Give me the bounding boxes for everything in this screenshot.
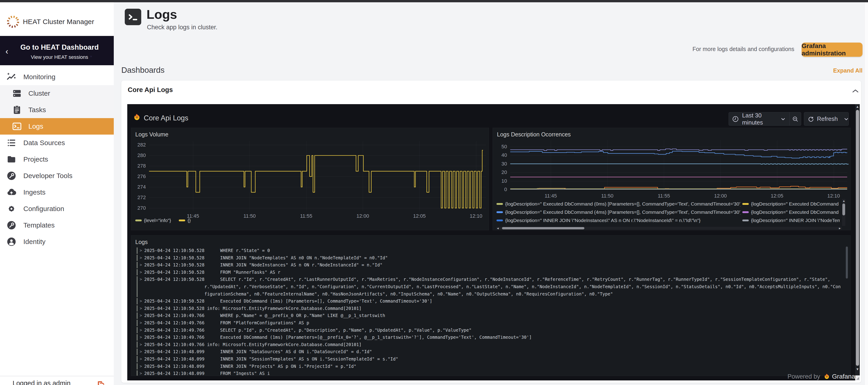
refresh-button[interactable]: Refresh bbox=[804, 112, 849, 126]
expand-chevron-icon[interactable]: > bbox=[140, 319, 144, 327]
scroll-up-arrow-icon[interactable]: ▲ bbox=[855, 104, 860, 109]
log-level-bar bbox=[137, 255, 137, 261]
folder-icon bbox=[6, 154, 17, 164]
page-scrollbar-gutter[interactable] bbox=[864, 2, 868, 385]
time-range-picker[interactable]: Last 30 minutes bbox=[728, 112, 801, 126]
sidebar-item-logs[interactable]: Logs bbox=[0, 118, 114, 135]
sidebar-item-configuration[interactable]: Configuration bbox=[0, 200, 114, 217]
log-timestamp: 2025-04-24 12:10:49.766 bbox=[144, 327, 205, 334]
legend-item[interactable]: {logDescription=" Executed DbCommand (7m… bbox=[742, 208, 840, 216]
expand-chevron-icon[interactable]: > bbox=[140, 254, 144, 262]
grafana-brand-label[interactable]: Grafana bbox=[832, 373, 855, 380]
chart-canvas[interactable] bbox=[131, 128, 489, 230]
log-row[interactable]: >2025-04-24 12:10:50.528 info: Microsoft… bbox=[137, 305, 843, 312]
sidebar-item-tasks[interactable]: Tasks bbox=[0, 102, 114, 118]
chevron-down-icon[interactable] bbox=[843, 116, 850, 123]
sidebar-item-developer-tools[interactable]: Developer Tools bbox=[0, 167, 114, 184]
wrench-circle-icon bbox=[6, 220, 17, 230]
chevron-up-icon[interactable] bbox=[852, 89, 859, 93]
legend-item[interactable]: {logDescription=" Executed DbCommand (0m… bbox=[496, 200, 741, 208]
legend-item[interactable]: {logDescription=" INNER JOIN \"NodeInsta… bbox=[496, 216, 741, 225]
log-row[interactable]: >2025-04-24 12:10:50.528 SELECT r."Id", … bbox=[137, 276, 843, 297]
chevron-left-icon[interactable]: ‹ bbox=[5, 47, 8, 56]
log-row[interactable]: >2025-04-24 12:10:49.766 info: Microsoft… bbox=[137, 341, 843, 348]
heat-dashboard-banner[interactable]: ‹ Go to HEAT Dashboard View your HEAT se… bbox=[0, 36, 114, 65]
expand-all-link[interactable]: Expand All bbox=[805, 67, 863, 74]
expand-chevron-icon[interactable]: > bbox=[140, 363, 144, 370]
sidebar-item-label: Logs bbox=[28, 123, 43, 130]
expand-chevron-icon[interactable]: > bbox=[140, 269, 144, 276]
scroll-down-arrow-icon[interactable]: ▼ bbox=[855, 367, 860, 372]
log-message: Executed DbCommand (1ms) [Parameters=[],… bbox=[205, 297, 843, 305]
expand-chevron-icon[interactable]: > bbox=[140, 261, 144, 269]
expand-chevron-icon[interactable]: > bbox=[140, 247, 144, 254]
expand-chevron-icon[interactable]: > bbox=[140, 327, 144, 334]
log-message: Executed DbCommand (1ms) [Parameters=[@_… bbox=[205, 334, 843, 341]
sidebar-item-cluster[interactable]: Cluster bbox=[0, 85, 114, 102]
log-row[interactable]: >2025-04-24 12:10:48.099 INNER JOIN "Ses… bbox=[137, 355, 843, 363]
sidebar-item-identity[interactable]: Identity bbox=[0, 233, 114, 250]
sidebar-item-label: Data Sources bbox=[23, 139, 65, 147]
grafana-hint-text: For more logs details and configurations bbox=[664, 46, 794, 53]
frame-scroll-thumb[interactable] bbox=[856, 110, 859, 366]
log-row[interactable]: >2025-04-24 12:10:50.528 INNER JOIN "Nod… bbox=[137, 261, 843, 269]
panel-title[interactable]: Logs bbox=[135, 239, 148, 245]
accordion-title[interactable]: Core Api Logs bbox=[128, 86, 173, 94]
sidebar-item-templates[interactable]: Templates bbox=[0, 217, 114, 233]
scroll-left-arrow-icon[interactable]: ◂ bbox=[497, 227, 499, 230]
expand-chevron-icon[interactable]: > bbox=[140, 276, 144, 283]
series-lightblue-30 bbox=[510, 164, 848, 164]
expand-chevron-icon[interactable]: > bbox=[140, 312, 144, 319]
zoom-out-icon[interactable] bbox=[792, 116, 799, 123]
legend-item[interactable]: {level="info"} bbox=[135, 218, 171, 223]
expand-chevron-icon[interactable]: > bbox=[140, 341, 144, 348]
log-timestamp: 2025-04-24 12:10:48.099 bbox=[144, 355, 205, 363]
legend-horizontal-scroll-thumb[interactable] bbox=[502, 227, 584, 229]
legend-swatch bbox=[179, 220, 185, 221]
expand-chevron-icon[interactable]: > bbox=[140, 297, 144, 305]
time-range-label: Last 30 minutes bbox=[742, 112, 777, 126]
log-message: INNER JOIN "Projects" AS p ON i."Project… bbox=[205, 363, 843, 370]
expand-chevron-icon[interactable]: > bbox=[140, 348, 144, 355]
log-row[interactable]: >2025-04-24 12:10:50.528 Executed DbComm… bbox=[137, 297, 843, 305]
expand-chevron-icon[interactable]: > bbox=[140, 334, 144, 341]
log-row[interactable]: >2025-04-24 12:10:48.099 INNER JOIN "Dat… bbox=[137, 348, 843, 355]
log-row[interactable]: >2025-04-24 12:10:50.528 FROM "RunnerTas… bbox=[137, 269, 843, 276]
log-row[interactable]: >2025-04-24 12:10:49.766 FROM "PlatformC… bbox=[137, 319, 843, 327]
log-level-bar bbox=[137, 342, 137, 348]
legend-swatch bbox=[742, 203, 749, 205]
legend-item[interactable]: {} bbox=[179, 218, 191, 223]
log-message: WHERE r."State" = 0 bbox=[205, 247, 843, 254]
log-row[interactable]: >2025-04-24 12:10:50.528 INNER JOIN "Nod… bbox=[137, 254, 843, 262]
grafana-administration-button[interactable]: Grafana administration bbox=[802, 42, 863, 57]
grafana-footer: Powered by Grafana bbox=[127, 373, 855, 380]
legend-label: {logDescription=" Executed DbCommand (0m… bbox=[505, 201, 741, 207]
expand-chevron-icon[interactable]: > bbox=[140, 305, 144, 312]
log-row[interactable]: >2025-04-24 12:10:50.528 WHERE r."State"… bbox=[137, 247, 843, 254]
legend-vertical-scroll-thumb[interactable] bbox=[842, 203, 845, 215]
legend-item[interactable]: {logDescription=" Executed DbCommand (1m… bbox=[742, 200, 840, 208]
refresh-label: Refresh bbox=[817, 115, 838, 123]
sidebar-item-monitoring[interactable]: Monitoring bbox=[0, 69, 114, 85]
scroll-right-arrow-icon[interactable]: ▸ bbox=[839, 227, 841, 230]
log-row[interactable]: >2025-04-24 12:10:49.766 WHERE p."Name" … bbox=[137, 312, 843, 319]
expand-chevron-icon[interactable]: > bbox=[140, 355, 144, 363]
log-row[interactable]: >2025-04-24 12:10:49.766 SELECT p."Id", … bbox=[137, 327, 843, 334]
logs-scroll-thumb[interactable] bbox=[846, 247, 848, 279]
log-row[interactable]: >2025-04-24 12:10:49.766 Executed DbComm… bbox=[137, 334, 843, 341]
cloud-upload-icon bbox=[6, 187, 17, 197]
logout-icon[interactable] bbox=[97, 380, 105, 385]
log-timestamp: 2025-04-24 12:10:48.099 bbox=[144, 348, 205, 355]
legend-item[interactable]: {logDescription=" Executed DbCommand (4m… bbox=[496, 208, 741, 216]
sidebar-item-projects[interactable]: Projects bbox=[0, 151, 114, 167]
log-row[interactable]: >2025-04-24 12:10:48.099 INNER JOIN "Pro… bbox=[137, 363, 843, 370]
brand[interactable]: HEAT Cluster Manager bbox=[0, 9, 114, 34]
log-level-bar bbox=[137, 298, 137, 304]
scroll-up-arrow-icon[interactable]: ▲ bbox=[842, 199, 845, 202]
page-subtitle: Check app logs in cluster. bbox=[147, 24, 217, 31]
sidebar-item-ingests[interactable]: Ingests bbox=[0, 184, 114, 200]
series-{} bbox=[149, 150, 483, 208]
terminal-icon bbox=[12, 121, 22, 131]
legend-item[interactable]: {logDescription=" INNER JOIN \"NodeTempl… bbox=[742, 216, 840, 225]
sidebar-item-data-sources[interactable]: Data Sources bbox=[0, 135, 114, 151]
